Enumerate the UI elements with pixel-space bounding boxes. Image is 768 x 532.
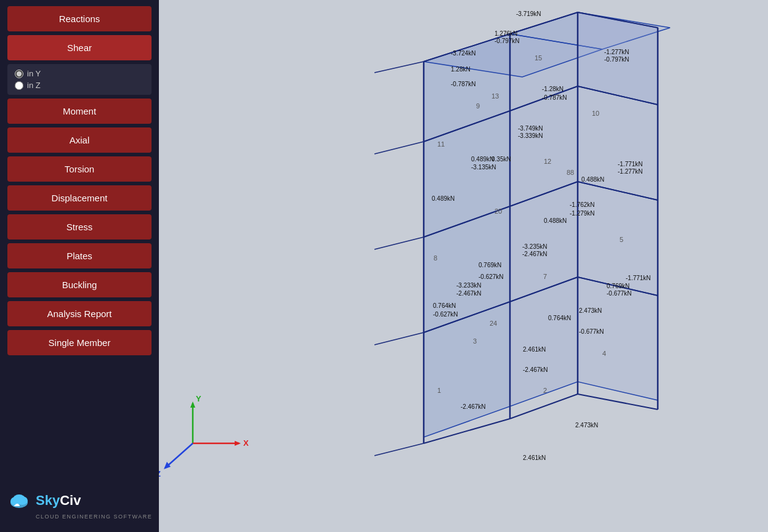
svg-text:88: 88 bbox=[567, 169, 574, 176]
svg-text:-2.467kN: -2.467kN bbox=[522, 251, 548, 257]
single-member-button[interactable]: Single Member bbox=[7, 330, 152, 355]
svg-text:-1.28kN: -1.28kN bbox=[542, 86, 564, 92]
svg-text:11: 11 bbox=[437, 140, 445, 148]
svg-text:-3.339kN: -3.339kN bbox=[518, 132, 543, 139]
svg-text:1.28kN: 1.28kN bbox=[451, 66, 471, 73]
svg-text:-2.467kN: -2.467kN bbox=[456, 290, 482, 297]
analysis-report-button[interactable]: Analysis Report bbox=[7, 301, 152, 326]
label-1: -3.719kN bbox=[516, 10, 541, 17]
radio-in-y-text: in Y bbox=[27, 69, 41, 78]
svg-text:5: 5 bbox=[620, 236, 623, 243]
shear-direction-group: in Y in Z bbox=[7, 64, 152, 95]
svg-text:-0.797kN: -0.797kN bbox=[604, 56, 629, 63]
svg-text:10: 10 bbox=[592, 110, 599, 117]
svg-text:24: 24 bbox=[490, 320, 497, 327]
viewport[interactable]: -3.719kN 1.276kN -0.797kN -3.724kN 15 -1… bbox=[159, 0, 768, 532]
svg-text:-2.467kN: -2.467kN bbox=[461, 403, 486, 410]
radio-in-y[interactable] bbox=[15, 70, 23, 78]
logo-subtitle: CLOUD ENGINEERING SOFTWARE bbox=[36, 514, 152, 520]
stress-button[interactable]: Stress bbox=[7, 214, 152, 240]
svg-text:-1.279kN: -1.279kN bbox=[570, 210, 595, 217]
svg-text:0.489kN: 0.489kN bbox=[432, 195, 455, 202]
svg-text:4: 4 bbox=[602, 350, 606, 357]
svg-text:☁: ☁ bbox=[14, 501, 20, 507]
svg-text:-0.677kN: -0.677kN bbox=[579, 328, 604, 335]
sidebar: Reactions Shear in Y in Z Moment Axial T… bbox=[0, 0, 159, 532]
displacement-button[interactable]: Displacement bbox=[7, 185, 152, 211]
torsion-button[interactable]: Torsion bbox=[7, 156, 152, 182]
axial-button[interactable]: Axial bbox=[7, 127, 152, 153]
svg-text:-1.277kN: -1.277kN bbox=[618, 168, 643, 175]
radio-in-y-label[interactable]: in Y bbox=[15, 69, 144, 78]
buckling-button[interactable]: Buckling bbox=[7, 272, 152, 297]
svg-text:-0.787kN: -0.787kN bbox=[542, 94, 567, 101]
svg-text:0.769kN: 0.769kN bbox=[607, 283, 629, 289]
svg-text:0.764kN: 0.764kN bbox=[548, 315, 571, 321]
svg-text:-1.771kN: -1.771kN bbox=[626, 275, 651, 281]
svg-marker-18 bbox=[578, 86, 658, 200]
svg-text:2: 2 bbox=[543, 387, 547, 394]
svg-text:2.473kN: 2.473kN bbox=[579, 307, 602, 314]
moment-button[interactable]: Moment bbox=[7, 99, 152, 124]
radio-in-z[interactable] bbox=[15, 81, 23, 90]
svg-text:-0.677kN: -0.677kN bbox=[607, 290, 632, 297]
svg-text:-3.135kN: -3.135kN bbox=[471, 164, 496, 171]
logo-text: SkyCiv bbox=[36, 493, 81, 509]
svg-text:-0.787kN: -0.787kN bbox=[451, 81, 476, 87]
svg-text:-1.771kN: -1.771kN bbox=[618, 161, 643, 167]
svg-text:15: 15 bbox=[535, 54, 542, 62]
svg-text:-0.627kN: -0.627kN bbox=[433, 311, 458, 318]
svg-text:7: 7 bbox=[543, 273, 547, 280]
plates-button[interactable]: Plates bbox=[7, 243, 152, 268]
skyciv-logo-icon: ☁ bbox=[7, 489, 31, 512]
svg-text:0.764kN: 0.764kN bbox=[433, 302, 456, 309]
svg-text:0.35kN: 0.35kN bbox=[491, 156, 511, 163]
shear-button[interactable]: Shear bbox=[7, 35, 152, 60]
svg-text:20: 20 bbox=[495, 208, 502, 215]
svg-text:12: 12 bbox=[544, 158, 551, 165]
svg-text:2.461kN: 2.461kN bbox=[523, 346, 546, 353]
svg-text:2.473kN: 2.473kN bbox=[575, 422, 598, 429]
svg-text:9: 9 bbox=[476, 102, 480, 110]
reactions-button[interactable]: Reactions bbox=[7, 6, 152, 31]
svg-text:1.276kN: 1.276kN bbox=[495, 30, 517, 37]
svg-text:0.769kN: 0.769kN bbox=[479, 262, 501, 268]
svg-text:-3.235kN: -3.235kN bbox=[522, 243, 548, 250]
svg-text:-0.627kN: -0.627kN bbox=[479, 273, 504, 280]
svg-text:-0.797kN: -0.797kN bbox=[495, 38, 520, 44]
svg-text:-3.233kN: -3.233kN bbox=[456, 282, 482, 289]
radio-in-z-text: in Z bbox=[27, 81, 41, 90]
svg-text:X: X bbox=[243, 438, 249, 448]
svg-text:-1.277kN: -1.277kN bbox=[604, 49, 629, 55]
svg-text:Y: Y bbox=[196, 394, 201, 403]
svg-text:-3.724kN: -3.724kN bbox=[451, 50, 476, 57]
svg-text:3: 3 bbox=[473, 337, 477, 345]
svg-text:Z: Z bbox=[159, 469, 161, 478]
svg-text:2.461kN: 2.461kN bbox=[523, 454, 546, 461]
svg-text:-1.762kN: -1.762kN bbox=[570, 201, 595, 208]
structure-viewport[interactable]: -3.719kN 1.276kN -0.797kN -3.724kN 15 -1… bbox=[159, 0, 768, 532]
svg-text:8: 8 bbox=[434, 254, 437, 262]
logo-container: ☁ SkyCiv bbox=[7, 489, 81, 512]
svg-text:-2.467kN: -2.467kN bbox=[523, 366, 548, 373]
svg-text:0.488kN: 0.488kN bbox=[544, 217, 567, 224]
radio-in-z-label[interactable]: in Z bbox=[15, 81, 144, 90]
svg-text:0.489kN: 0.489kN bbox=[471, 156, 494, 163]
logo-area: ☁ SkyCiv CLOUD ENGINEERING SOFTWARE bbox=[7, 489, 152, 520]
svg-text:0.488kN: 0.488kN bbox=[581, 176, 604, 183]
svg-text:1: 1 bbox=[437, 387, 441, 394]
svg-text:-3.749kN: -3.749kN bbox=[518, 125, 543, 132]
svg-text:13: 13 bbox=[491, 92, 499, 100]
